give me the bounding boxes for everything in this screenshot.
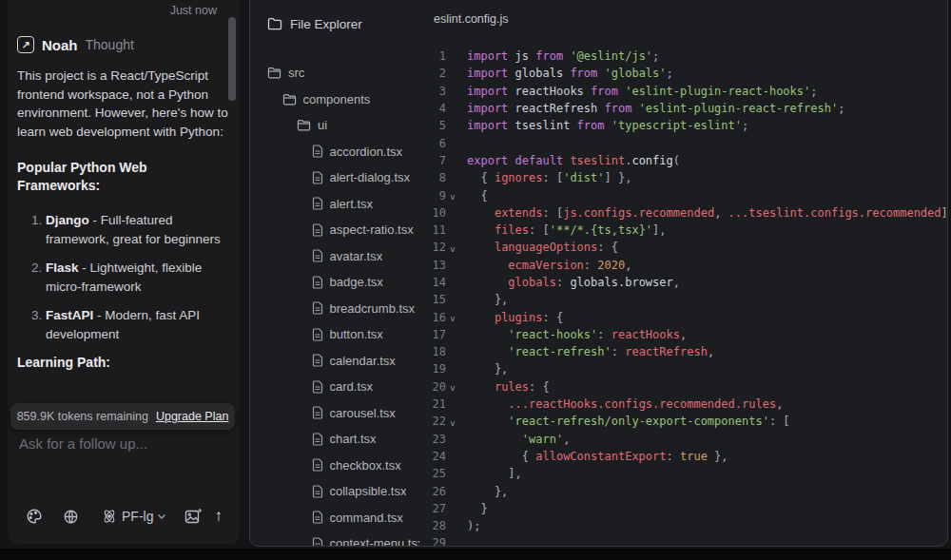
- code-line: 27 }: [419, 500, 947, 517]
- code-line: 12v languageOptions: {: [419, 239, 947, 256]
- line-number: 5: [419, 119, 446, 132]
- tree-file-aspect-ratio.tsx[interactable]: aspect-ratio.tsx: [250, 217, 419, 243]
- model-selector[interactable]: PF-lg: [101, 508, 166, 525]
- fold-spacer: [446, 125, 459, 127]
- fold-spacer: [446, 507, 459, 510]
- fold-spacer: [446, 525, 459, 528]
- tree-file-avatar.tsx[interactable]: avatar.tsx: [250, 243, 419, 270]
- file-icon: [312, 276, 323, 289]
- chat-scrollbar[interactable]: [228, 17, 236, 101]
- tree-item-label: accordion.tsx: [330, 145, 403, 159]
- framework-item: Django - Full-featured framework, great …: [46, 211, 226, 248]
- tree-file-chart.tsx[interactable]: chart.tsx: [250, 426, 419, 453]
- chat-toolbar: PF-lg ↑: [8, 504, 240, 529]
- app-window: Just now ↗ Noah Thought This project is …: [0, 0, 951, 560]
- file-icon: [312, 433, 323, 446]
- code-line: 7export default tseslint.config(: [419, 152, 947, 169]
- token-usage-bar: 859.9K tokens remaining Upgrade Plan: [10, 403, 235, 430]
- code-line: 3import reactHooks from 'eslint-plugin-r…: [419, 83, 947, 100]
- tree-folder-components[interactable]: components: [250, 87, 419, 113]
- add-image-icon[interactable]: [184, 507, 203, 526]
- fold-spacer: [446, 403, 459, 406]
- file-explorer: File Explorer srccomponentsuiaccordion.t…: [250, 0, 419, 546]
- code-text: },: [459, 485, 508, 498]
- code-line: 22v 'react-refresh/only-export-component…: [419, 413, 947, 430]
- tree-file-button.tsx[interactable]: button.tsx: [250, 321, 419, 348]
- fold-spacer: [446, 299, 459, 301]
- line-number: 6: [419, 137, 446, 150]
- tree-file-command.tsx[interactable]: command.tsx: [250, 505, 419, 531]
- fold-spacer: [446, 454, 459, 457]
- tree-file-calendar.tsx[interactable]: calendar.tsx: [250, 348, 419, 375]
- fold-chevron-icon[interactable]: v: [446, 311, 459, 323]
- file-icon: [312, 171, 323, 184]
- web-globe-icon[interactable]: [61, 507, 80, 526]
- code-text: ],: [459, 467, 522, 480]
- code-text: );: [459, 519, 480, 532]
- tree-item-label: context-menu.tsx: [330, 536, 420, 546]
- followup-input[interactable]: Ask for a follow up...: [19, 435, 147, 452]
- thought-toggle[interactable]: Thought: [86, 37, 134, 52]
- tree-folder-src[interactable]: src: [250, 60, 419, 87]
- code-text: 'react-refresh/only-export-components': …: [459, 415, 790, 428]
- folder-icon: [297, 119, 311, 131]
- line-number: 14: [419, 276, 446, 289]
- line-number: 17: [419, 328, 446, 341]
- code-line: 9v {: [419, 186, 947, 203]
- folder-icon: [267, 67, 281, 79]
- upgrade-plan-link[interactable]: Upgrade Plan: [156, 410, 228, 423]
- fold-spacer: [446, 473, 459, 475]
- tree-file-collapsible.tsx[interactable]: collapsible.tsx: [250, 478, 419, 505]
- file-icon: [312, 380, 323, 394]
- fold-spacer: [446, 89, 459, 92]
- message-timestamp: Just now: [17, 0, 226, 17]
- file-tree: srccomponentsuiaccordion.tsxalert-dialog…: [250, 60, 419, 546]
- tree-file-checkbox.tsx[interactable]: checkbox.tsx: [250, 453, 419, 479]
- code-text: { ignores: ['dist'] },: [459, 171, 631, 184]
- tree-file-carousel.tsx[interactable]: carousel.tsx: [250, 400, 419, 427]
- assistant-avatar-icon: ↗: [17, 36, 34, 53]
- fold-chevron-icon[interactable]: v: [446, 415, 459, 428]
- model-name: PF-lg: [122, 509, 153, 524]
- fold-chevron-icon[interactable]: v: [446, 241, 459, 254]
- code-line: 24 { allowConstantExport: true },: [419, 448, 947, 465]
- line-number: 21: [419, 397, 446, 411]
- tree-file-context-menu.tsx[interactable]: context-menu.tsx: [250, 531, 419, 546]
- code-line: 13 ecmaVersion: 2020,: [419, 257, 947, 274]
- tree-item-label: alert.tsx: [330, 197, 374, 211]
- send-button[interactable]: ↑: [215, 507, 223, 526]
- fold-chevron-icon[interactable]: v: [446, 189, 459, 202]
- fold-spacer: [446, 437, 459, 440]
- fold-spacer: [446, 159, 459, 162]
- fold-spacer: [446, 281, 459, 284]
- line-number: 10: [419, 206, 446, 220]
- tree-item-label: src: [288, 66, 304, 80]
- tree-file-accordion.tsx[interactable]: accordion.tsx: [250, 139, 419, 165]
- tree-folder-ui[interactable]: ui: [250, 112, 419, 139]
- code-editor[interactable]: eslint.config.js 1import js from '@eslin…: [419, 0, 947, 546]
- tree-file-card.tsx[interactable]: card.tsx: [250, 374, 419, 400]
- line-number: 8: [419, 171, 446, 184]
- fold-chevron-icon[interactable]: v: [446, 380, 459, 393]
- code-line: 25 ],: [419, 465, 947, 482]
- file-explorer-header: File Explorer: [250, 12, 419, 35]
- framework-item: FastAPI - Modern, fast API development: [46, 306, 226, 343]
- tree-file-badge.tsx[interactable]: badge.tsx: [250, 269, 419, 296]
- line-number: 13: [419, 259, 446, 272]
- code-line: 19 },: [419, 360, 947, 377]
- tree-file-alert-dialog.tsx[interactable]: alert-dialog.tsx: [250, 164, 419, 191]
- palette-icon[interactable]: [25, 507, 44, 526]
- tree-file-breadcrumb.tsx[interactable]: breadcrumb.tsx: [250, 296, 419, 322]
- code-line: 1import js from '@eslint/js';: [419, 48, 947, 65]
- file-icon: [312, 458, 323, 472]
- tree-item-label: chart.tsx: [330, 432, 377, 446]
- code-line: 2import globals from 'globals';: [419, 65, 947, 82]
- tree-file-alert.tsx[interactable]: alert.tsx: [250, 191, 419, 218]
- code-text: import tseslint from 'typescript-eslint'…: [459, 119, 748, 132]
- code-line: 5import tseslint from 'typescript-eslint…: [419, 117, 947, 134]
- code-text: ...reactHooks.configs.recommended.rules,: [459, 397, 783, 411]
- line-number: 28: [419, 519, 446, 532]
- fold-spacer: [446, 55, 459, 58]
- frameworks-heading: Popular Python Web Frameworks:: [17, 159, 217, 196]
- chevron-down-icon: [157, 513, 166, 520]
